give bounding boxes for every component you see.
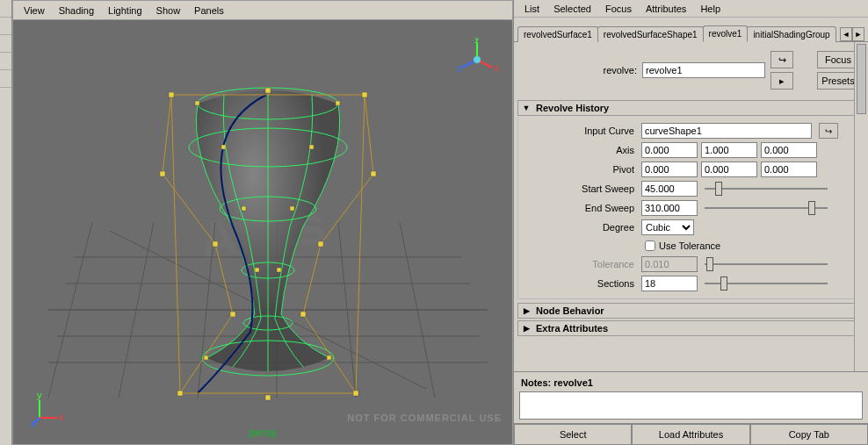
axis-x-field[interactable] (641, 142, 698, 158)
perspective-viewport[interactable]: Alias (13, 20, 512, 444)
svg-text:x: x (494, 62, 499, 73)
axis-y-field[interactable] (701, 142, 757, 158)
node-behavior-title: Node Behavior (536, 305, 604, 316)
svg-text:y: y (37, 391, 42, 400)
svg-rect-35 (242, 206, 246, 211)
tab-scroll-right-button[interactable]: ► (852, 27, 864, 41)
svg-point-13 (198, 88, 338, 119)
axis-z-field[interactable] (761, 142, 817, 158)
end-sweep-slider[interactable] (705, 200, 828, 216)
svg-rect-19 (169, 92, 174, 97)
expand-arrow-icon: ▶ (522, 306, 531, 315)
pivot-x-field[interactable] (641, 161, 698, 177)
pivot-label: Pivot (524, 164, 638, 175)
start-sweep-slider[interactable] (705, 181, 828, 197)
revolve-history-body: Input Curve ↪ Axis Pivot Start Sweep (517, 118, 864, 299)
viewport-menu-show[interactable]: Show (151, 4, 186, 18)
node-type-label: revolve: (523, 65, 637, 75)
svg-point-44 (474, 56, 481, 63)
notes-title: Notes: revolve1 (519, 376, 863, 391)
tab-scroll-left-button[interactable]: ◄ (840, 27, 852, 41)
camera-name-label: persp (249, 427, 278, 439)
svg-text:z: z (457, 62, 462, 73)
svg-rect-33 (221, 145, 226, 149)
attribute-editor-body: revolve: ↪ ▸ Focus Presets ▼ Revolve His… (514, 42, 868, 371)
degree-label: Degree (524, 222, 638, 233)
sections-label: Sections (524, 278, 638, 289)
select-button[interactable]: Select (514, 424, 632, 445)
extra-attributes-header[interactable]: ▶ Extra Attributes (517, 320, 864, 336)
go-to-output-button[interactable]: ▸ (770, 72, 793, 90)
svg-rect-23 (371, 171, 376, 176)
load-attributes-button[interactable]: Load Attributes (632, 424, 749, 445)
node-name-field[interactable] (642, 62, 765, 78)
input-curve-field[interactable] (641, 123, 812, 139)
svg-rect-36 (290, 206, 294, 211)
view-axis-gizmo[interactable]: y x z (455, 38, 499, 82)
notes-section: Notes: revolve1 (514, 371, 868, 423)
mini-axis-icon: y x z (31, 391, 66, 427)
node-tabs-row: revolvedSurface1 revolvedSurfaceShape1 r… (514, 18, 868, 42)
tolerance-label: Tolerance (524, 259, 638, 269)
svg-rect-31 (195, 101, 199, 105)
viewport-menu-shading[interactable]: Shading (54, 4, 99, 18)
vertical-scrollbar[interactable] (854, 42, 868, 371)
node-behavior-header[interactable]: ▶ Node Behavior (517, 303, 864, 319)
ae-menu-selected[interactable]: Selected (548, 2, 597, 16)
use-tolerance-checkbox[interactable] (645, 240, 655, 251)
ae-menu-attributes[interactable]: Attributes (640, 2, 691, 16)
sections-slider[interactable] (705, 276, 828, 291)
viewport-menu-bar: View Shading Lighting Show Panels (13, 1, 512, 20)
ae-menu-focus[interactable]: Focus (600, 2, 637, 16)
svg-rect-34 (309, 145, 314, 149)
svg-text:z: z (31, 418, 36, 427)
revolve-history-title: Revolve History (536, 103, 609, 113)
viewport-panel: View Shading Lighting Show Panels Alias (12, 0, 513, 445)
bottom-button-row: Select Load Attributes Copy Tab (514, 423, 868, 445)
svg-rect-32 (336, 101, 340, 105)
revolve-history-header[interactable]: ▼ Revolve History (517, 100, 864, 116)
extra-attributes-title: Extra Attributes (536, 323, 608, 334)
svg-rect-21 (362, 92, 367, 97)
end-sweep-field[interactable] (641, 200, 698, 216)
svg-rect-22 (160, 171, 165, 176)
expand-arrow-icon: ▶ (522, 324, 531, 333)
ground-grid (48, 222, 488, 398)
input-curve-map-button[interactable]: ↪ (819, 123, 838, 139)
svg-text:x: x (59, 412, 64, 422)
viewport-menu-panels[interactable]: Panels (189, 4, 229, 18)
viewport-menu-view[interactable]: View (18, 4, 50, 18)
watermark-text: NOT FOR COMMERCIAL USE (347, 413, 502, 423)
tab-revolvedsurface1[interactable]: revolvedSurface1 (517, 26, 598, 42)
use-tolerance-label: Use Tolerance (659, 240, 720, 251)
input-curve-label: Input Curve (524, 126, 638, 136)
go-to-input-button[interactable]: ↪ (770, 51, 793, 68)
presets-button[interactable]: Presets (817, 72, 859, 90)
svg-text:y: y (474, 38, 480, 43)
ae-menu-help[interactable]: Help (695, 2, 726, 16)
svg-rect-20 (265, 88, 271, 93)
viewport-menu-lighting[interactable]: Lighting (103, 4, 148, 18)
focus-button[interactable]: Focus (817, 51, 859, 68)
node-name-row: revolve: ↪ ▸ Focus Presets (517, 47, 864, 98)
left-toolbar-strip (0, 0, 12, 445)
sections-field[interactable] (641, 276, 698, 291)
attribute-editor-panel: List Selected Focus Attributes Help revo… (513, 0, 868, 445)
end-sweep-label: End Sweep (524, 203, 638, 213)
tab-revolvedsurfaceshape1[interactable]: revolvedSurfaceShape1 (597, 26, 704, 42)
degree-dropdown[interactable]: Cubic (641, 219, 694, 235)
pivot-y-field[interactable] (701, 161, 757, 177)
tolerance-field (641, 256, 698, 272)
axis-label: Axis (524, 145, 638, 155)
svg-point-14 (189, 128, 347, 167)
start-sweep-label: Start Sweep (524, 183, 638, 194)
tab-initialshadinggroup[interactable]: initialShadingGroup (747, 26, 835, 42)
ae-menu-list[interactable]: List (519, 2, 545, 16)
pivot-z-field[interactable] (761, 161, 817, 177)
collapse-arrow-icon: ▼ (522, 104, 531, 112)
tolerance-slider (705, 256, 828, 272)
notes-textarea[interactable] (519, 391, 863, 420)
tab-revolve1[interactable]: revolve1 (703, 25, 749, 42)
copy-tab-button[interactable]: Copy Tab (750, 424, 868, 445)
start-sweep-field[interactable] (641, 181, 698, 197)
